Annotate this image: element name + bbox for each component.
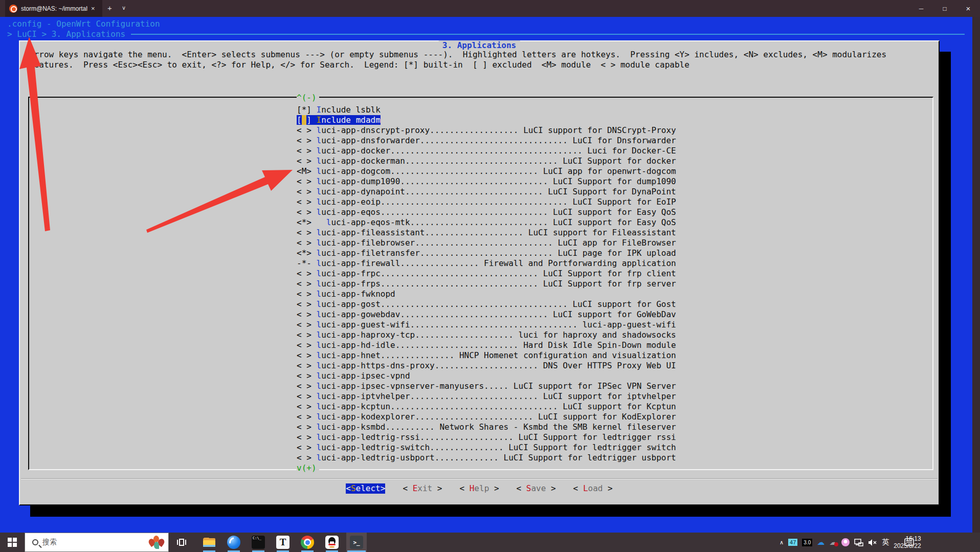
- menu-item[interactable]: < > luci-app-guest-wifi.................…: [297, 320, 676, 330]
- menu-item[interactable]: [*] Include lsblk: [297, 105, 676, 115]
- new-tab-button[interactable]: +: [107, 4, 112, 12]
- terminal-scrollbar[interactable]: [972, 17, 980, 533]
- instructions-line-1: Arrow keys navigate the menu. <Enter> se…: [29, 50, 886, 60]
- exit-button[interactable]: < Exit >: [403, 483, 442, 494]
- window-titlebar: storm@NAS: ~/immortalwrt-n × + ∨ ─ □ ×: [0, 0, 980, 17]
- cloud-error-icon[interactable]: ☁: [829, 538, 837, 547]
- dialog-shadow-right: [940, 52, 951, 517]
- typora-button[interactable]: T: [273, 533, 293, 552]
- typora-icon: T: [276, 536, 289, 549]
- qq-button[interactable]: [322, 533, 342, 552]
- backtitle: .config - OpenWrt Configuration: [7, 19, 160, 29]
- scroll-down-indicator: v(+): [297, 463, 319, 473]
- windows-logo-icon: [8, 538, 17, 547]
- menu-item[interactable]: < > luci-app-iptvhelper.................…: [297, 391, 676, 402]
- dialog-shadow-bottom: [30, 505, 951, 517]
- menu-item[interactable]: < > luci-app-eoip.......................…: [297, 197, 676, 207]
- cmd-button[interactable]: C:\_: [248, 533, 269, 552]
- tray-badge-cyan[interactable]: 47: [788, 539, 797, 546]
- breadcrumb-rule: [131, 34, 965, 35]
- menu-item[interactable]: < > luci-app-ledtrig-rssi...............…: [297, 432, 676, 443]
- network-icon[interactable]: [854, 539, 863, 546]
- menu-item[interactable]: < > luci-app-dynapoint..................…: [297, 187, 676, 197]
- screen: storm@NAS: ~/immortalwrt-n × + ∨ ─ □ × .…: [0, 0, 980, 552]
- menu-item[interactable]: < > luci-app-gowebdav...................…: [297, 310, 676, 320]
- onedrive-icon[interactable]: ☁: [817, 538, 825, 547]
- tray-expand-icon[interactable]: ∧: [779, 539, 784, 546]
- file-explorer-icon: [203, 536, 216, 549]
- chrome-button[interactable]: [297, 533, 318, 552]
- menu-item[interactable]: < > luci-app-dnsforwarder...............…: [297, 136, 676, 146]
- menu-item[interactable]: < > luci-app-https-dns-proxy............…: [297, 361, 676, 371]
- action-center-button[interactable]: 5: [904, 533, 980, 552]
- menu-item[interactable]: < > luci-app-gost.......................…: [297, 299, 676, 310]
- menu-item[interactable]: <M> luci-app-dogcom.....................…: [297, 166, 676, 176]
- button-row: <Select>< Exit >< Help >< Save >< Load >: [20, 483, 939, 494]
- menu-item[interactable]: < > luci-app-ipsec-vpnd: [297, 371, 676, 381]
- save-button[interactable]: < Save >: [517, 483, 556, 494]
- breadcrumb: > LuCI > 3. Applications: [7, 29, 125, 39]
- start-button[interactable]: [0, 533, 25, 552]
- menu-item[interactable]: < > luci-app-fwknopd: [297, 289, 676, 299]
- tab-dropdown-icon[interactable]: ∨: [122, 5, 126, 11]
- menu-item[interactable]: < > luci-app-ksmbd.......... Network Sha…: [297, 422, 676, 432]
- dialog-title: 3. Applications: [439, 40, 520, 51]
- cmd-icon: C:\_: [252, 536, 265, 549]
- search-daily-image: [148, 535, 165, 551]
- terminal-window[interactable]: .config - OpenWrt Configuration > LuCI >…: [0, 17, 980, 533]
- ubuntu-icon: [9, 5, 17, 13]
- tray-badge-black[interactable]: 3.0: [802, 539, 812, 546]
- menu-item[interactable]: < > luci-app-ipsec-vpnserver-manyusers..…: [297, 381, 676, 391]
- menu-item[interactable]: <*> luci-app-filetransfer...............…: [297, 248, 676, 258]
- windows-terminal-icon: >_: [350, 536, 363, 549]
- menu-item[interactable]: -*- luci-app-firewall................ Fi…: [297, 258, 676, 269]
- menu-item[interactable]: < > luci-app-dump1090...................…: [297, 176, 676, 187]
- menu-item[interactable]: < > luci-app-docker.....................…: [297, 146, 676, 156]
- browser-icon: [227, 536, 240, 549]
- pink-app-tray-icon[interactable]: [841, 538, 850, 546]
- load-button[interactable]: < Load >: [573, 483, 613, 494]
- tab-close-icon[interactable]: ×: [91, 5, 95, 12]
- menu-item[interactable]: < > luci-app-ledtrig-switch.............…: [297, 443, 676, 453]
- menuconfig-dialog: 3. Applications Arrow keys navigate the …: [19, 40, 940, 505]
- minimize-button[interactable]: ─: [909, 0, 933, 17]
- scroll-up-indicator: ^(-): [297, 93, 319, 103]
- close-button[interactable]: ×: [956, 0, 980, 17]
- menu-item[interactable]: < > luci-app-ledtrig-usbport............…: [297, 453, 676, 463]
- menu-item[interactable]: < > luci-app-filebrowser................…: [297, 238, 676, 248]
- search-icon: [32, 539, 38, 545]
- button-separator: [21, 478, 938, 479]
- menu-item[interactable]: < > luci-app-kodexplorer................…: [297, 412, 676, 422]
- volume-muted-icon[interactable]: [868, 539, 877, 546]
- menu-item[interactable]: <*> luci-app-eqos-mtk...................…: [297, 217, 676, 228]
- tab-title: storm@NAS: ~/immortalwrt-n: [21, 5, 87, 12]
- menu-item[interactable]: < > luci-app-frps.......................…: [297, 279, 676, 289]
- select-button[interactable]: <Select>: [346, 483, 385, 494]
- menu-item[interactable]: < > luci-app-kcptun.....................…: [297, 402, 676, 412]
- menu-item[interactable]: < > luci-app-eqos.......................…: [297, 207, 676, 217]
- menu-item[interactable]: < > luci-app-hd-idle....................…: [297, 340, 676, 350]
- taskbar-search[interactable]: 搜索: [25, 533, 169, 552]
- menu-item[interactable]: < > luci-app-haproxy-tcp................…: [297, 330, 676, 340]
- chrome-icon: [301, 536, 314, 549]
- taskbar: 搜索 C:\_: [0, 533, 980, 552]
- browser-button[interactable]: [224, 533, 244, 552]
- menu-item[interactable]: < > luci-app-hnet............... HNCP Ho…: [297, 350, 676, 361]
- menu-item[interactable]: < > luci-app-dockerman..................…: [297, 156, 676, 166]
- terminal-tab[interactable]: storm@NAS: ~/immortalwrt-n ×: [5, 0, 102, 17]
- search-placeholder: 搜索: [42, 538, 57, 547]
- file-explorer-button[interactable]: [199, 533, 219, 552]
- task-view-button[interactable]: [171, 533, 192, 552]
- task-view-icon: [177, 538, 186, 546]
- menu-item[interactable]: < > luci-app-dnscrypt-proxy.............…: [297, 125, 676, 136]
- system-tray: ∧ 47 3.0 ☁ ☁ 英 16:13 2025/8/22: [779, 533, 921, 552]
- ime-indicator[interactable]: 英: [882, 538, 889, 547]
- menu-item[interactable]: [ ] Include mdadm: [297, 115, 676, 125]
- menu-item[interactable]: < > luci-app-fileassistant..............…: [297, 228, 676, 238]
- maximize-button[interactable]: □: [933, 0, 956, 17]
- help-button[interactable]: < Help >: [459, 483, 499, 494]
- windows-terminal-button[interactable]: >_: [346, 533, 367, 552]
- instructions-line-2: features. Press <Esc><Esc> to exit, <?> …: [29, 60, 689, 70]
- qq-icon: [325, 536, 339, 549]
- menu-item[interactable]: < > luci-app-frpc.......................…: [297, 269, 676, 279]
